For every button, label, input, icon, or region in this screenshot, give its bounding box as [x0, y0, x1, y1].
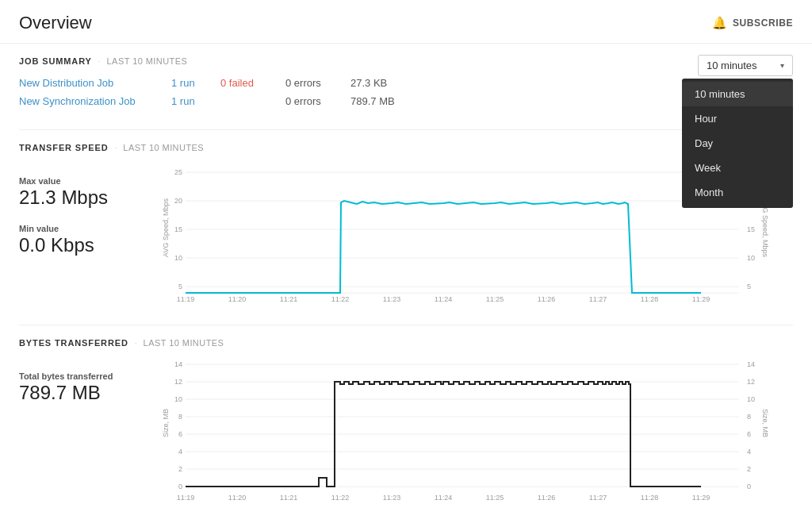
svg-text:10: 10 [747, 254, 755, 262]
bytes-header: BYTES TRANSFERRED · LAST 10 MINUTES [19, 338, 793, 348]
time-selector[interactable]: 10 minutes ▾ 10 minutes Hour Day Week Mo… [698, 55, 793, 76]
svg-text:8: 8 [747, 413, 751, 421]
bytes-transferred-section: BYTES TRANSFERRED · LAST 10 MINUTES Tota… [19, 338, 793, 513]
dropdown-item-month[interactable]: Month [682, 180, 793, 205]
main-content: 10 minutes ▾ 10 minutes Hour Day Week Mo… [0, 44, 812, 527]
svg-text:5: 5 [178, 283, 182, 290]
job-summary-subtitle: LAST 10 MINUTES [107, 56, 188, 66]
page-header: Overview 🔔 SUBSCRIBE [0, 0, 812, 44]
svg-text:25: 25 [174, 168, 182, 176]
speed-line [186, 201, 701, 293]
divider [19, 129, 793, 130]
svg-text:2: 2 [747, 465, 751, 473]
svg-text:6: 6 [747, 430, 751, 438]
svg-text:10: 10 [174, 395, 182, 403]
time-dropdown[interactable]: 10 minutes ▾ [698, 55, 793, 76]
job-summary-header: JOB SUMMARY · LAST 10 MINUTES [19, 56, 793, 66]
table-row: New Distribution Job 1 run 0 failed 0 er… [19, 74, 793, 92]
dropdown-item-10min[interactable]: 10 minutes [682, 82, 793, 106]
svg-text:11:22: 11:22 [331, 494, 350, 502]
svg-text:11:28: 11:28 [641, 494, 659, 502]
svg-text:11:29: 11:29 [692, 295, 710, 303]
svg-text:Size, MB: Size, MB [761, 409, 769, 437]
svg-text:AVG Speed, Mbps: AVG Speed, Mbps [162, 198, 170, 257]
transfer-speed-header: TRANSFER SPEED · LAST 10 MINUTES [19, 143, 793, 152]
dropdown-item-hour[interactable]: Hour [682, 106, 793, 131]
job-name[interactable]: New Synchronization Job [19, 95, 162, 107]
bytes-svg: 14 12 10 8 6 4 2 0 [130, 356, 793, 510]
svg-text:11:23: 11:23 [383, 295, 401, 303]
bytes-chart: 14 12 10 8 6 4 2 0 [130, 356, 793, 513]
svg-text:14: 14 [747, 360, 755, 368]
svg-text:4: 4 [747, 448, 751, 456]
transfer-speed-subtitle: LAST 10 MINUTES [123, 143, 204, 152]
time-dropdown-value: 10 minutes [707, 60, 757, 71]
job-runs: 1 run [171, 77, 211, 89]
svg-text:11:27: 11:27 [589, 494, 607, 502]
bytes-title: BYTES TRANSFERRED [19, 338, 128, 348]
svg-text:5: 5 [747, 283, 751, 290]
svg-text:15: 15 [174, 225, 182, 233]
svg-text:11:19: 11:19 [177, 295, 195, 303]
job-summary-title: JOB SUMMARY [19, 56, 92, 66]
transfer-speed-stats: Max value 21.3 Mbps Min value 0.0 Kbps [19, 160, 130, 256]
svg-text:11:24: 11:24 [435, 494, 453, 502]
bytes-chart-wrap: Total bytes transferred 789.7 MB 14 12 1… [19, 356, 793, 513]
chevron-down-icon: ▾ [780, 61, 784, 70]
min-value-label: Min value [19, 224, 130, 233]
svg-text:15: 15 [747, 225, 755, 233]
dropdown-menu: 10 minutes Hour Day Week Month [682, 79, 793, 208]
svg-text:11:21: 11:21 [280, 494, 298, 502]
job-name[interactable]: New Distribution Job [19, 77, 162, 89]
svg-text:11:26: 11:26 [538, 295, 556, 303]
bytes-stats: Total bytes transferred 789.7 MB [19, 356, 130, 403]
svg-text:4: 4 [178, 448, 182, 456]
job-errors: 0 errors [285, 95, 341, 107]
job-errors: 0 errors [285, 77, 341, 89]
page-title: Overview [19, 13, 92, 33]
separator: · [135, 339, 137, 348]
job-size: 27.3 KB [350, 77, 387, 89]
total-value: 789.7 MB [19, 383, 130, 403]
svg-text:12: 12 [747, 378, 755, 386]
svg-text:11:24: 11:24 [435, 295, 453, 303]
min-value: 0.0 Kbps [19, 235, 130, 256]
max-value-label: Max value [19, 176, 130, 186]
job-size: 789.7 MB [350, 95, 395, 107]
svg-text:Size, MB: Size, MB [162, 409, 170, 437]
bell-icon: 🔔 [712, 16, 728, 30]
subscribe-button[interactable]: 🔔 SUBSCRIBE [712, 16, 793, 30]
total-label: Total bytes transferred [19, 371, 130, 381]
job-summary-section: JOB SUMMARY · LAST 10 MINUTES New Distri… [19, 56, 793, 110]
svg-text:11:25: 11:25 [486, 295, 504, 303]
transfer-speed-section: TRANSFER SPEED · LAST 10 MINUTES Max val… [19, 143, 793, 306]
svg-text:12: 12 [174, 378, 182, 386]
table-row: New Synchronization Job 1 run 0 errors 7… [19, 92, 793, 110]
svg-text:6: 6 [178, 430, 182, 438]
svg-text:20: 20 [174, 197, 182, 205]
dropdown-item-day[interactable]: Day [682, 131, 793, 156]
transfer-speed-chart-wrap: Max value 21.3 Mbps Min value 0.0 Kbps .… [19, 160, 793, 306]
svg-text:10: 10 [747, 395, 755, 403]
svg-text:10: 10 [174, 254, 182, 262]
separator: · [98, 57, 101, 66]
svg-text:11:21: 11:21 [280, 295, 298, 303]
svg-text:11:20: 11:20 [228, 494, 247, 502]
subscribe-label: SUBSCRIBE [733, 17, 793, 29]
divider [19, 325, 793, 325]
job-runs: 1 run [171, 95, 211, 107]
svg-text:11:23: 11:23 [383, 494, 401, 502]
separator: · [115, 144, 117, 152]
svg-text:11:27: 11:27 [589, 295, 607, 303]
max-value: 21.3 Mbps [19, 187, 130, 208]
svg-text:11:22: 11:22 [331, 295, 350, 303]
svg-text:11:28: 11:28 [641, 295, 659, 303]
bytes-subtitle: LAST 10 MINUTES [144, 338, 224, 348]
svg-text:8: 8 [178, 413, 182, 421]
svg-text:11:25: 11:25 [486, 494, 504, 502]
svg-text:11:26: 11:26 [538, 494, 556, 502]
dropdown-item-week[interactable]: Week [682, 156, 793, 180]
svg-text:14: 14 [174, 360, 182, 368]
svg-text:11:29: 11:29 [692, 494, 710, 502]
svg-text:0: 0 [747, 483, 751, 490]
